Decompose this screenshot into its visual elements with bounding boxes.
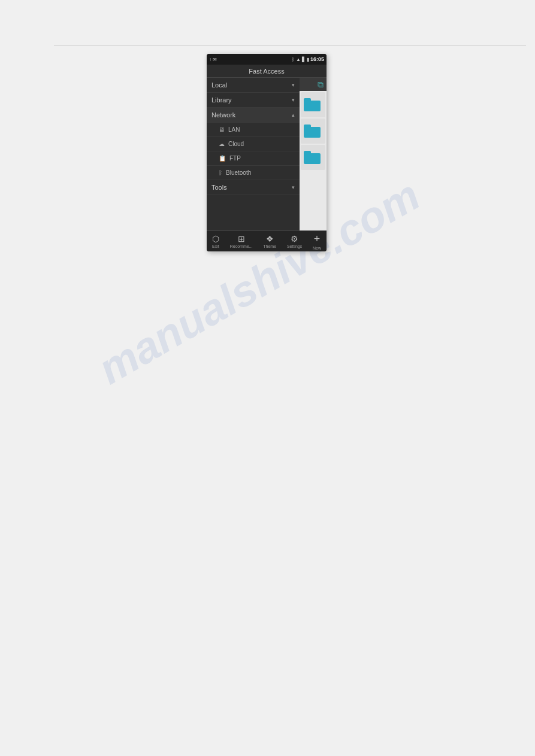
recommend-label: Recomme... bbox=[230, 244, 253, 248]
lan-icon: 🖥 bbox=[219, 126, 225, 133]
library-chevron-icon: ▾ bbox=[292, 97, 295, 103]
toolbar-item-theme[interactable]: ❖ Theme bbox=[263, 234, 276, 248]
message-icon: ✉ bbox=[213, 57, 217, 62]
lan-label: LAN bbox=[228, 126, 240, 133]
sidebar-sub-item-ftp[interactable]: 📋 FTP bbox=[207, 151, 300, 166]
theme-label: Theme bbox=[263, 244, 276, 248]
bluetooth-icon: ᛒ bbox=[292, 57, 295, 62]
folder-item-podcasts[interactable]: Podcasts bbox=[301, 145, 325, 170]
cloud-label: Cloud bbox=[228, 141, 244, 147]
recommend-icon: ⊞ bbox=[238, 234, 245, 244]
sidebar-sub-item-lan[interactable]: 🖥 LAN bbox=[207, 123, 300, 137]
sidebar-item-tools-label: Tools bbox=[211, 184, 227, 191]
right-panel-header: ⧉ bbox=[300, 78, 327, 91]
exit-icon: ⬡ bbox=[212, 234, 219, 244]
main-area: Local ▾ Library ▾ Network ▴ 🖥 LAN ☁ Clo bbox=[207, 78, 327, 230]
toolbar-item-exit[interactable]: ⬡ Exit bbox=[212, 234, 219, 248]
tools-chevron-icon: ▾ bbox=[292, 184, 295, 190]
status-right-icons: ᛒ ▲ ▋ ▮ 16:05 bbox=[292, 56, 324, 62]
sidebar-item-network-label: Network bbox=[211, 111, 235, 119]
cloud-icon: ☁ bbox=[219, 141, 225, 147]
settings-label: Settings bbox=[287, 244, 302, 248]
top-divider bbox=[54, 45, 526, 45]
sidebar-item-library-label: Library bbox=[211, 96, 232, 104]
settings-icon: ⚙ bbox=[291, 234, 298, 244]
right-panel: ⧉ Alarms Movies Podcasts bbox=[300, 78, 327, 230]
sidebar-item-local[interactable]: Local ▾ bbox=[207, 78, 300, 93]
ftp-label: FTP bbox=[229, 155, 241, 162]
status-bar: ↑ ✉ ᛒ ▲ ▋ ▮ 16:05 bbox=[207, 54, 327, 65]
exit-label: Exit bbox=[212, 244, 219, 248]
antenna-icon: ↑ bbox=[209, 57, 211, 62]
signal-icon: ▋ bbox=[302, 57, 306, 62]
sidebar-item-network[interactable]: Network ▴ bbox=[207, 108, 300, 123]
wifi-icon: ▲ bbox=[296, 57, 301, 62]
bottom-toolbar: ⬡ Exit ⊞ Recomme... ❖ Theme ⚙ Settings +… bbox=[207, 230, 327, 251]
sidebar-sub-item-cloud[interactable]: ☁ Cloud bbox=[207, 137, 300, 151]
status-left-icons: ↑ ✉ bbox=[209, 57, 217, 62]
new-label: New bbox=[313, 246, 321, 250]
sidebar: Local ▾ Library ▾ Network ▴ 🖥 LAN ☁ Clo bbox=[207, 78, 300, 230]
title-bar-label: Fast Access bbox=[249, 68, 284, 75]
bluetooth-sub-icon: ᛒ bbox=[219, 169, 222, 176]
new-icon: + bbox=[314, 233, 321, 245]
bluetooth-label: Bluetooth bbox=[226, 169, 251, 176]
toolbar-item-new[interactable]: + New bbox=[313, 233, 321, 250]
sidebar-sub-item-bluetooth[interactable]: ᛒ Bluetooth bbox=[207, 166, 300, 180]
panel-window-icon: ⧉ bbox=[318, 80, 324, 90]
folder-icon-alarms bbox=[304, 98, 321, 111]
toolbar-item-recommend[interactable]: ⊞ Recomme... bbox=[230, 234, 253, 248]
title-bar: Fast Access bbox=[207, 65, 327, 78]
local-chevron-icon: ▾ bbox=[292, 82, 295, 88]
theme-icon: ❖ bbox=[266, 234, 274, 244]
folder-item-movies[interactable]: Movies bbox=[301, 119, 325, 144]
status-time: 16:05 bbox=[310, 56, 324, 62]
folder-item-alarms[interactable]: Alarms bbox=[301, 92, 325, 117]
folder-icon-movies bbox=[304, 125, 321, 138]
battery-icon: ▮ bbox=[307, 57, 309, 62]
folder-grid: Alarms Movies Podcasts bbox=[300, 91, 327, 230]
folder-icon-podcasts bbox=[304, 151, 321, 164]
ftp-icon: 📋 bbox=[219, 155, 226, 162]
phone-mockup: ↑ ✉ ᛒ ▲ ▋ ▮ 16:05 Fast Access Local ▾ Li… bbox=[207, 54, 327, 251]
toolbar-item-settings[interactable]: ⚙ Settings bbox=[287, 234, 302, 248]
sidebar-item-library[interactable]: Library ▾ bbox=[207, 93, 300, 108]
network-chevron-icon: ▴ bbox=[292, 112, 295, 118]
sidebar-item-tools[interactable]: Tools ▾ bbox=[207, 180, 300, 195]
sidebar-item-local-label: Local bbox=[211, 81, 227, 89]
